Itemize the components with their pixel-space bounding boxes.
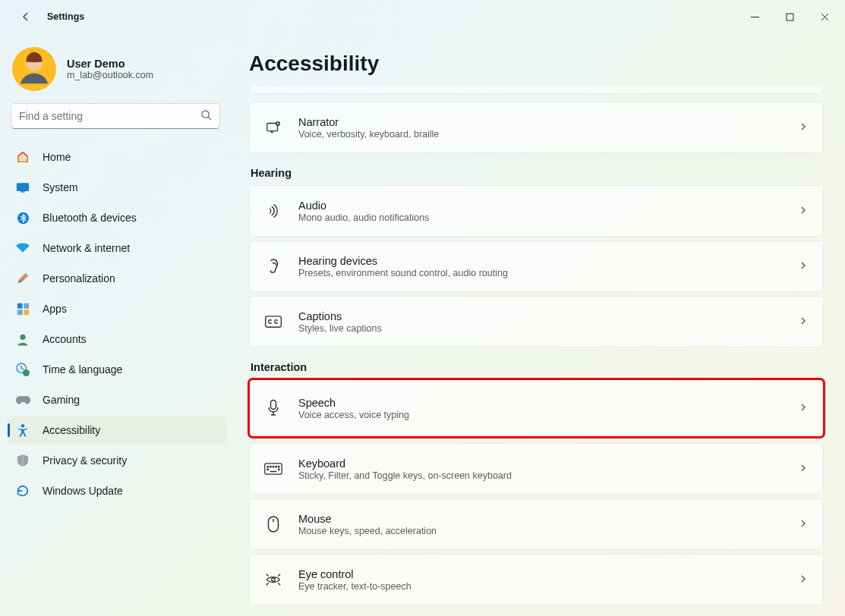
svg-rect-11 xyxy=(24,310,29,315)
card-hearing-devices[interactable]: Hearing devices Presets, environment sou… xyxy=(249,240,824,292)
wifi-icon xyxy=(15,240,30,256)
nav-windows-update[interactable]: Windows Update xyxy=(8,476,226,505)
card-subtitle: Mono audio, audio notifications xyxy=(298,212,799,223)
sidebar: User Demo m_lab@outlook.com Home System … xyxy=(0,33,235,616)
svg-rect-28 xyxy=(270,471,277,473)
svg-point-14 xyxy=(23,369,30,376)
maximize-icon xyxy=(786,13,794,21)
accessibility-icon xyxy=(15,423,30,438)
nav-label: Windows Update xyxy=(43,485,123,497)
nav-label: Gaming xyxy=(43,394,80,406)
profile-block[interactable]: User Demo m_lab@outlook.com xyxy=(5,42,226,103)
svg-rect-19 xyxy=(271,401,276,410)
page-title: Accessibility xyxy=(249,52,824,76)
microphone-icon xyxy=(263,398,283,418)
update-icon xyxy=(15,483,30,498)
search-box[interactable] xyxy=(11,103,220,129)
close-icon xyxy=(821,13,829,21)
nav-time-language[interactable]: Time & language xyxy=(8,355,226,384)
card-title: Mouse xyxy=(298,513,799,525)
card-title: Speech xyxy=(298,397,799,409)
nav-personalization[interactable]: Personalization xyxy=(8,264,226,293)
card-title: Narrator xyxy=(298,116,799,128)
ear-icon xyxy=(263,256,283,276)
nav-system[interactable]: System xyxy=(8,173,226,202)
minimize-button[interactable] xyxy=(737,5,772,29)
nav-gaming[interactable]: Gaming xyxy=(8,385,226,414)
card-captions[interactable]: Captions Styles, live captions xyxy=(249,296,824,347)
svg-point-30 xyxy=(272,578,276,582)
svg-rect-10 xyxy=(17,310,22,315)
clock-globe-icon xyxy=(15,362,30,377)
window-controls xyxy=(737,5,842,29)
svg-rect-6 xyxy=(20,191,24,193)
svg-point-24 xyxy=(276,466,277,467)
card-subtitle: Sticky, Filter, and Toggle keys, on-scre… xyxy=(298,470,799,481)
brush-icon xyxy=(15,271,30,286)
close-button[interactable] xyxy=(807,5,842,29)
card-eye-control[interactable]: Eye control Eye tracker, text-to-speech xyxy=(249,554,824,605)
chevron-right-icon xyxy=(799,517,808,531)
card-audio[interactable]: Audio Mono audio, audio notifications xyxy=(249,185,824,237)
svg-point-22 xyxy=(270,466,272,467)
nav-label: Privacy & security xyxy=(43,454,127,467)
nav-apps[interactable]: Apps xyxy=(8,294,226,323)
card-subtitle: Voice, verbosity, keyboard, braille xyxy=(298,129,799,140)
arrow-left-icon xyxy=(20,11,32,23)
maximize-button[interactable] xyxy=(772,5,807,29)
chevron-right-icon xyxy=(799,573,808,586)
apps-icon xyxy=(15,301,30,316)
shield-icon xyxy=(15,453,30,468)
card-speech[interactable]: Speech Voice access, voice typing xyxy=(249,379,824,437)
nav: Home System Bluetooth & devices Network … xyxy=(5,143,226,505)
search-input[interactable] xyxy=(19,110,200,122)
nav-label: Network & internet xyxy=(43,242,130,254)
nav-label: Home xyxy=(43,151,71,163)
nav-bluetooth[interactable]: Bluetooth & devices xyxy=(8,203,226,232)
card-subtitle: Presets, environment sound control, audi… xyxy=(298,268,799,278)
keyboard-icon xyxy=(263,459,283,479)
home-icon xyxy=(15,149,30,165)
card-title: Captions xyxy=(298,310,799,322)
search-icon xyxy=(200,109,212,124)
chevron-right-icon xyxy=(799,121,808,134)
person-icon xyxy=(15,332,30,347)
title-bar: Settings xyxy=(0,0,845,33)
system-icon xyxy=(15,180,30,195)
svg-rect-18 xyxy=(266,316,282,327)
card-narrator[interactable]: Narrator Voice, verbosity, keyboard, bra… xyxy=(249,102,824,153)
section-header-interaction: Interaction xyxy=(251,361,824,373)
card-title: Audio xyxy=(298,200,799,212)
nav-label: Bluetooth & devices xyxy=(43,212,137,224)
mouse-icon xyxy=(263,514,283,534)
nav-accounts[interactable]: Accounts xyxy=(8,325,226,354)
nav-label: Time & language xyxy=(43,363,122,376)
previous-card-peek xyxy=(249,86,824,94)
eye-icon xyxy=(263,570,283,589)
card-mouse[interactable]: Mouse Mouse keys, speed, acceleration xyxy=(249,498,824,550)
nav-accessibility[interactable]: Accessibility xyxy=(8,416,226,445)
card-title: Eye control xyxy=(298,568,799,580)
captions-icon xyxy=(263,312,283,332)
card-keyboard[interactable]: Keyboard Sticky, Filter, and Toggle keys… xyxy=(249,443,824,495)
svg-point-21 xyxy=(267,466,269,467)
profile-email: m_lab@outlook.com xyxy=(67,70,153,80)
chevron-right-icon xyxy=(799,204,808,218)
svg-rect-5 xyxy=(17,183,29,191)
nav-privacy[interactable]: Privacy & security xyxy=(8,446,226,475)
main-content: Accessibility Narrator Voice, verbosity,… xyxy=(235,33,845,616)
nav-home[interactable]: Home xyxy=(8,143,226,171)
section-header-hearing: Hearing xyxy=(251,167,824,179)
svg-point-4 xyxy=(202,110,209,117)
nav-label: Personalization xyxy=(43,272,115,284)
svg-point-12 xyxy=(20,334,25,339)
bluetooth-icon xyxy=(15,210,30,225)
card-title: Hearing devices xyxy=(298,255,799,267)
gamepad-icon xyxy=(15,392,30,407)
chevron-right-icon xyxy=(799,462,808,476)
chevron-right-icon xyxy=(799,259,808,273)
avatar xyxy=(12,47,56,91)
nav-network[interactable]: Network & internet xyxy=(8,234,226,262)
card-subtitle: Styles, live captions xyxy=(298,323,799,334)
back-button[interactable] xyxy=(14,5,38,29)
